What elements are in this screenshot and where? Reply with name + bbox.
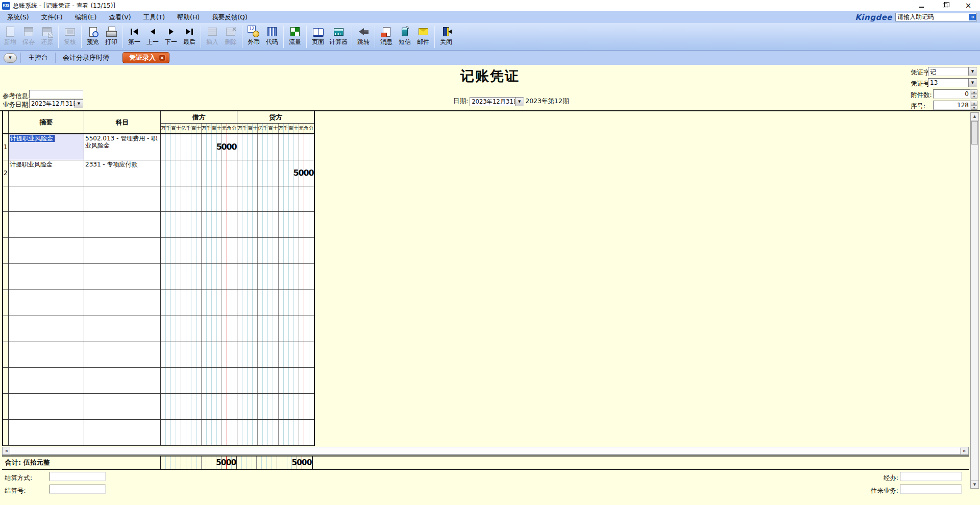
summary-cell[interactable]	[9, 290, 84, 316]
previous-button[interactable]: 上一	[143, 25, 162, 49]
close-button[interactable]: ×	[957, 0, 980, 11]
summary-cell[interactable]	[9, 264, 84, 290]
scroll-left-icon[interactable]: ◄	[3, 447, 10, 454]
tab-close-icon[interactable]: ×	[159, 55, 165, 61]
account-cell[interactable]	[84, 316, 161, 342]
voucher-word-select[interactable]: 记 ▼	[928, 67, 977, 76]
mail-button[interactable]: 邮件	[414, 25, 432, 49]
spin-up-icon[interactable]: ▲	[971, 101, 977, 105]
credit-amount-cell[interactable]	[237, 394, 314, 419]
restore-button[interactable]	[933, 0, 957, 11]
summary-cell[interactable]	[9, 186, 84, 212]
credit-amount-cell[interactable]	[237, 420, 314, 445]
account-cell[interactable]	[84, 342, 161, 368]
spin-up-icon[interactable]: ▲	[971, 89, 977, 94]
horizontal-scrollbar[interactable]: ◄ ►	[2, 447, 969, 455]
credit-amount-cell[interactable]: 5000	[237, 160, 314, 186]
chevron-down-icon[interactable]: ▼	[515, 98, 523, 106]
foreign-currency-button[interactable]: 外币	[244, 25, 263, 49]
summary-cell[interactable]	[9, 420, 84, 445]
debit-amount-cell[interactable]	[161, 186, 237, 212]
calculator-button[interactable]: 计算器	[327, 25, 350, 49]
debit-amount-cell[interactable]	[161, 342, 237, 368]
vertical-scroll-thumb[interactable]	[971, 121, 978, 145]
operator-input[interactable]	[900, 472, 962, 481]
date-select[interactable]: 2023年12月31日 ▼	[470, 97, 524, 106]
credit-amount-cell[interactable]	[237, 134, 314, 160]
account-cell[interactable]	[84, 420, 161, 445]
partner-business-input[interactable]	[900, 485, 962, 494]
summary-cell[interactable]	[9, 342, 84, 368]
chevron-down-icon[interactable]: ▼	[75, 100, 83, 108]
summary-cell[interactable]	[9, 212, 84, 237]
minimize-button[interactable]	[910, 0, 933, 11]
last-button[interactable]: 最后	[180, 25, 199, 49]
sms-button[interactable]: 短信	[396, 25, 414, 49]
settlement-no-input[interactable]	[50, 485, 106, 494]
account-cell[interactable]	[84, 238, 161, 263]
chevron-down-icon[interactable]: ▼	[968, 67, 976, 76]
reference-input[interactable]	[29, 90, 83, 99]
attachments-input[interactable]: 0	[933, 89, 971, 99]
code-button[interactable]: 代码	[263, 25, 281, 49]
tab-voucher-entry[interactable]: 凭证录入×	[122, 52, 169, 63]
credit-amount-cell[interactable]	[237, 212, 314, 237]
horizontal-scroll-thumb[interactable]	[10, 447, 961, 454]
spin-down-icon[interactable]: ▼	[971, 105, 977, 110]
debit-amount-cell[interactable]	[161, 316, 237, 342]
credit-amount-cell[interactable]	[237, 342, 314, 368]
tab-list-dropdown-button[interactable]: ▼	[4, 53, 17, 63]
credit-amount-cell[interactable]	[237, 316, 314, 342]
debit-amount-cell[interactable]	[161, 420, 237, 445]
print-button[interactable]: 打印	[102, 25, 120, 49]
account-cell[interactable]: 2331 - 专项应付款	[84, 160, 161, 186]
account-cell[interactable]	[84, 186, 161, 212]
menu-item[interactable]: 帮助(H)	[171, 11, 206, 23]
menu-item[interactable]: 文件(F)	[35, 11, 69, 23]
summary-cell[interactable]	[9, 238, 84, 263]
summary-cell[interactable]: 计提职业风险金	[9, 134, 84, 160]
menu-item[interactable]: 系统(S)	[1, 11, 35, 23]
summary-cell[interactable]	[9, 368, 84, 393]
debit-amount-cell[interactable]: 5000	[161, 134, 237, 160]
menu-item[interactable]: 查看(V)	[103, 11, 137, 23]
summary-cell[interactable]	[9, 394, 84, 419]
summary-cell[interactable]: 计提职业风险金	[9, 160, 84, 186]
account-cell[interactable]	[84, 264, 161, 290]
account-cell[interactable]	[84, 290, 161, 316]
tab-main-console[interactable]: 主控台	[20, 53, 55, 63]
credit-amount-cell[interactable]	[237, 264, 314, 290]
sequence-stepper[interactable]: ▲▼	[971, 101, 977, 110]
credit-amount-cell[interactable]	[237, 368, 314, 393]
close-button[interactable]: 关闭	[437, 25, 455, 49]
credit-amount-cell[interactable]	[237, 186, 314, 212]
debit-amount-cell[interactable]	[161, 212, 237, 237]
tab-journal-list[interactable]: 会计分录序时簿	[55, 53, 116, 63]
next-button[interactable]: 下一	[162, 25, 180, 49]
preview-button[interactable]: 预览	[84, 25, 102, 49]
account-cell[interactable]	[84, 394, 161, 419]
menu-item[interactable]: 我要反馈(Q)	[206, 11, 254, 23]
debit-amount-cell[interactable]	[161, 394, 237, 419]
scroll-down-icon[interactable]: ▼	[971, 480, 978, 488]
attachments-stepper[interactable]: ▲▼	[971, 89, 977, 99]
go-arrow-icon[interactable]: ➜	[969, 14, 976, 20]
credit-amount-cell[interactable]	[237, 238, 314, 263]
debit-amount-cell[interactable]	[161, 290, 237, 316]
sequence-input[interactable]: 128	[933, 101, 971, 110]
message-button[interactable]: 消息	[377, 25, 396, 49]
debit-amount-cell[interactable]	[161, 160, 237, 186]
debit-amount-cell[interactable]	[161, 264, 237, 290]
voucher-number-select[interactable]: 13 ▼	[928, 78, 977, 87]
spin-down-icon[interactable]: ▼	[971, 94, 977, 99]
cash-flow-button[interactable]: 流量	[286, 25, 304, 49]
debit-amount-cell[interactable]	[161, 238, 237, 263]
scroll-up-icon[interactable]: ▲	[971, 113, 978, 121]
summary-cell[interactable]	[9, 316, 84, 342]
page-button[interactable]: 页面	[309, 25, 327, 49]
jump-button[interactable]: 跳转	[354, 25, 373, 49]
menu-item[interactable]: 工具(T)	[137, 11, 171, 23]
vertical-scrollbar[interactable]: ▲ ▼	[970, 112, 979, 489]
chevron-down-icon[interactable]: ▼	[968, 79, 976, 87]
debit-amount-cell[interactable]	[161, 368, 237, 393]
